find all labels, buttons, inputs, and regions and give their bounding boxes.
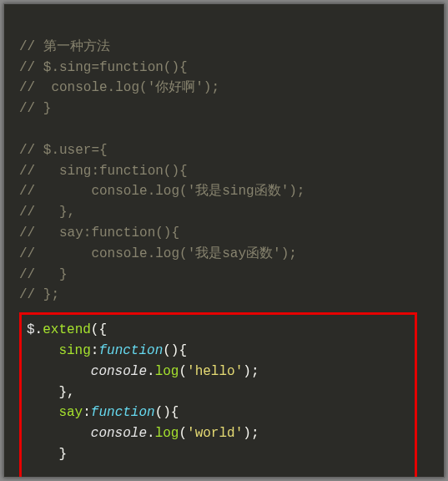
highlight-box: $.extend({ sing:function(){ console.log(… [19, 312, 417, 478]
comment-line: // }; [19, 287, 59, 302]
comment-line: // sing:function(){ [19, 164, 188, 179]
comment-line: // }, [19, 205, 75, 220]
code-line: $.extend({ [27, 322, 107, 337]
comment-line: // $.user={ [19, 143, 108, 158]
comment-line: // console.log('我是say函数'); [19, 246, 297, 261]
code-line: say:function(){ [27, 405, 179, 420]
comment-line: // } [19, 101, 51, 116]
comment-line: // console.log('我是sing函数'); [19, 184, 305, 199]
code-line: sing:function(){ [27, 343, 187, 358]
comment-line: // $.sing=function(){ [19, 60, 188, 75]
code-line: console.log('world'); [27, 426, 259, 441]
comment-line: // 第一种方法 [19, 39, 110, 54]
comment-line: // } [19, 267, 68, 282]
comment-line: // console.log('你好啊'); [19, 80, 219, 95]
code-line: console.log('hello'); [27, 364, 259, 379]
code-line: } [27, 447, 67, 462]
comment-line: // say:function(){ [19, 225, 179, 240]
code-line: }, [27, 385, 75, 400]
code-editor[interactable]: // 第一种方法 // $.sing=function(){ // consol… [3, 3, 445, 478]
